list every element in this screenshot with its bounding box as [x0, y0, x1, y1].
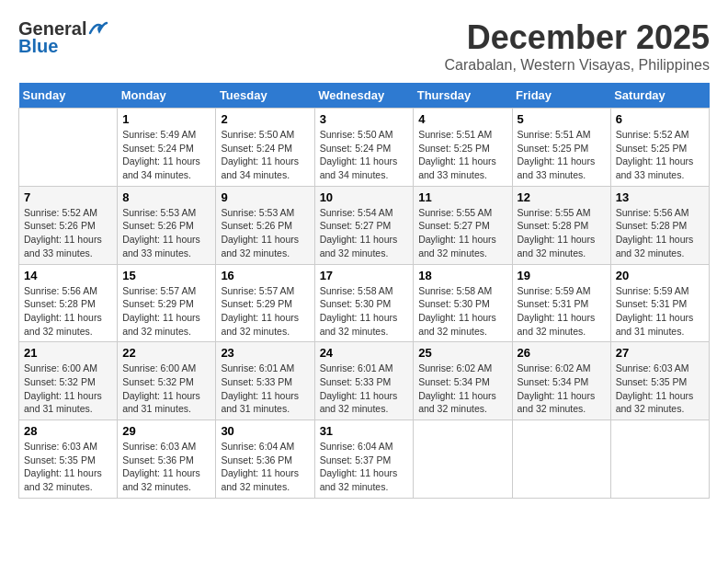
- calendar-cell: [512, 420, 610, 499]
- day-number: 28: [24, 424, 112, 438]
- day-info: Sunrise: 6:00 AM Sunset: 5:32 PM Dayligh…: [122, 362, 210, 416]
- calendar-cell: 10Sunrise: 5:54 AM Sunset: 5:27 PM Dayli…: [314, 186, 414, 264]
- day-number: 12: [518, 190, 606, 204]
- title-block: December 2025 Carabalan, Western Visayas…: [445, 18, 710, 74]
- calendar-cell: 31Sunrise: 6:04 AM Sunset: 5:37 PM Dayli…: [314, 420, 414, 499]
- day-info: Sunrise: 5:55 AM Sunset: 5:28 PM Dayligh…: [518, 206, 606, 260]
- day-info: Sunrise: 5:53 AM Sunset: 5:26 PM Dayligh…: [221, 206, 309, 260]
- day-info: Sunrise: 5:59 AM Sunset: 5:31 PM Dayligh…: [518, 284, 606, 339]
- day-number: 20: [616, 269, 704, 282]
- day-number: 15: [122, 269, 210, 282]
- calendar-cell: 1Sunrise: 5:49 AM Sunset: 5:24 PM Daylig…: [118, 109, 216, 187]
- day-info: Sunrise: 5:57 AM Sunset: 5:29 PM Dayligh…: [122, 284, 210, 339]
- day-number: 11: [418, 190, 506, 204]
- day-number: 30: [221, 424, 309, 438]
- day-info: Sunrise: 5:55 AM Sunset: 5:27 PM Dayligh…: [418, 206, 506, 260]
- calendar-cell: 27Sunrise: 6:03 AM Sunset: 5:35 PM Dayli…: [610, 342, 709, 420]
- day-info: Sunrise: 5:50 AM Sunset: 5:24 PM Dayligh…: [221, 128, 309, 182]
- calendar-cell: 30Sunrise: 6:04 AM Sunset: 5:36 PM Dayli…: [216, 420, 314, 499]
- calendar-cell: [414, 420, 512, 499]
- calendar-table: SundayMondayTuesdayWednesdayThursdayFrid…: [18, 83, 710, 499]
- logo: General Blue: [18, 18, 108, 57]
- day-number: 19: [518, 269, 606, 282]
- day-number: 27: [616, 346, 704, 360]
- day-number: 4: [418, 112, 506, 126]
- calendar-cell: 8Sunrise: 5:53 AM Sunset: 5:26 PM Daylig…: [118, 186, 216, 264]
- day-info: Sunrise: 6:01 AM Sunset: 5:33 PM Dayligh…: [221, 362, 309, 416]
- calendar-cell: 20Sunrise: 5:59 AM Sunset: 5:31 PM Dayli…: [610, 264, 709, 342]
- calendar-cell: 19Sunrise: 5:59 AM Sunset: 5:31 PM Dayli…: [512, 264, 610, 342]
- day-number: 8: [122, 190, 210, 204]
- week-row-5: 28Sunrise: 6:03 AM Sunset: 5:35 PM Dayli…: [19, 420, 710, 499]
- day-info: Sunrise: 5:59 AM Sunset: 5:31 PM Dayligh…: [616, 284, 704, 339]
- day-number: 26: [518, 346, 606, 360]
- day-number: 5: [518, 112, 606, 126]
- calendar-cell: 28Sunrise: 6:03 AM Sunset: 5:35 PM Dayli…: [19, 420, 118, 499]
- day-info: Sunrise: 6:04 AM Sunset: 5:37 PM Dayligh…: [320, 440, 409, 494]
- day-number: 31: [320, 424, 409, 438]
- calendar-cell: 21Sunrise: 6:00 AM Sunset: 5:32 PM Dayli…: [19, 342, 118, 420]
- logo-bird-icon: [88, 20, 108, 37]
- day-info: Sunrise: 6:03 AM Sunset: 5:35 PM Dayligh…: [24, 440, 112, 494]
- weekday-header-wednesday: Wednesday: [314, 83, 414, 109]
- day-number: 2: [221, 112, 309, 126]
- day-number: 23: [221, 346, 309, 360]
- day-info: Sunrise: 6:03 AM Sunset: 5:35 PM Dayligh…: [616, 362, 704, 416]
- calendar-cell: 12Sunrise: 5:55 AM Sunset: 5:28 PM Dayli…: [512, 186, 610, 264]
- day-number: 17: [320, 269, 409, 282]
- day-number: 14: [24, 269, 112, 282]
- day-number: 6: [616, 112, 704, 126]
- day-info: Sunrise: 6:02 AM Sunset: 5:34 PM Dayligh…: [418, 362, 506, 416]
- day-number: 1: [122, 112, 210, 126]
- day-info: Sunrise: 5:56 AM Sunset: 5:28 PM Dayligh…: [616, 206, 704, 260]
- calendar-cell: 25Sunrise: 6:02 AM Sunset: 5:34 PM Dayli…: [414, 342, 512, 420]
- day-number: 10: [320, 190, 409, 204]
- weekday-header-sunday: Sunday: [19, 83, 118, 109]
- calendar-cell: 5Sunrise: 5:51 AM Sunset: 5:25 PM Daylig…: [512, 109, 610, 187]
- calendar-cell: 22Sunrise: 6:00 AM Sunset: 5:32 PM Dayli…: [118, 342, 216, 420]
- calendar-cell: 29Sunrise: 6:03 AM Sunset: 5:36 PM Dayli…: [118, 420, 216, 499]
- calendar-cell: 16Sunrise: 5:57 AM Sunset: 5:29 PM Dayli…: [216, 264, 314, 342]
- day-number: 16: [221, 269, 309, 282]
- weekday-header-friday: Friday: [512, 83, 610, 109]
- weekday-header-saturday: Saturday: [610, 83, 709, 109]
- calendar-cell: 3Sunrise: 5:50 AM Sunset: 5:24 PM Daylig…: [314, 109, 414, 187]
- day-info: Sunrise: 5:54 AM Sunset: 5:27 PM Dayligh…: [320, 206, 409, 260]
- day-info: Sunrise: 6:03 AM Sunset: 5:36 PM Dayligh…: [122, 440, 210, 494]
- week-row-2: 7Sunrise: 5:52 AM Sunset: 5:26 PM Daylig…: [19, 186, 710, 264]
- week-row-1: 1Sunrise: 5:49 AM Sunset: 5:24 PM Daylig…: [19, 109, 710, 187]
- day-number: 29: [122, 424, 210, 438]
- day-number: 7: [24, 190, 112, 204]
- day-info: Sunrise: 5:51 AM Sunset: 5:25 PM Dayligh…: [518, 128, 606, 182]
- day-info: Sunrise: 5:51 AM Sunset: 5:25 PM Dayligh…: [418, 128, 506, 182]
- day-number: 22: [122, 346, 210, 360]
- calendar-cell: 7Sunrise: 5:52 AM Sunset: 5:26 PM Daylig…: [19, 186, 118, 264]
- week-row-3: 14Sunrise: 5:56 AM Sunset: 5:28 PM Dayli…: [19, 264, 710, 342]
- calendar-cell: 11Sunrise: 5:55 AM Sunset: 5:27 PM Dayli…: [414, 186, 512, 264]
- location-title: Carabalan, Western Visayas, Philippines: [445, 57, 710, 74]
- calendar-cell: 14Sunrise: 5:56 AM Sunset: 5:28 PM Dayli…: [19, 264, 118, 342]
- calendar-cell: 4Sunrise: 5:51 AM Sunset: 5:25 PM Daylig…: [414, 109, 512, 187]
- calendar-cell: 15Sunrise: 5:57 AM Sunset: 5:29 PM Dayli…: [118, 264, 216, 342]
- day-number: 25: [418, 346, 506, 360]
- day-info: Sunrise: 5:52 AM Sunset: 5:26 PM Dayligh…: [24, 206, 112, 260]
- day-info: Sunrise: 5:52 AM Sunset: 5:25 PM Dayligh…: [616, 128, 704, 182]
- calendar-cell: 26Sunrise: 6:02 AM Sunset: 5:34 PM Dayli…: [512, 342, 610, 420]
- calendar-body: 1Sunrise: 5:49 AM Sunset: 5:24 PM Daylig…: [19, 109, 710, 499]
- calendar-cell: 17Sunrise: 5:58 AM Sunset: 5:30 PM Dayli…: [314, 264, 414, 342]
- day-info: Sunrise: 5:53 AM Sunset: 5:26 PM Dayligh…: [122, 206, 210, 260]
- calendar-cell: 9Sunrise: 5:53 AM Sunset: 5:26 PM Daylig…: [216, 186, 314, 264]
- day-number: 3: [320, 112, 409, 126]
- day-info: Sunrise: 6:02 AM Sunset: 5:34 PM Dayligh…: [518, 362, 606, 416]
- day-number: 18: [418, 269, 506, 282]
- calendar-cell: 18Sunrise: 5:58 AM Sunset: 5:30 PM Dayli…: [414, 264, 512, 342]
- day-info: Sunrise: 5:56 AM Sunset: 5:28 PM Dayligh…: [24, 284, 112, 339]
- day-number: 24: [320, 346, 409, 360]
- calendar-cell: 24Sunrise: 6:01 AM Sunset: 5:33 PM Dayli…: [314, 342, 414, 420]
- calendar-header: SundayMondayTuesdayWednesdayThursdayFrid…: [19, 83, 710, 109]
- weekday-header-tuesday: Tuesday: [216, 83, 314, 109]
- day-info: Sunrise: 6:00 AM Sunset: 5:32 PM Dayligh…: [24, 362, 112, 416]
- weekday-header-monday: Monday: [118, 83, 216, 109]
- page-header: General Blue December 2025 Carabalan, We…: [18, 18, 710, 74]
- calendar-cell: 23Sunrise: 6:01 AM Sunset: 5:33 PM Dayli…: [216, 342, 314, 420]
